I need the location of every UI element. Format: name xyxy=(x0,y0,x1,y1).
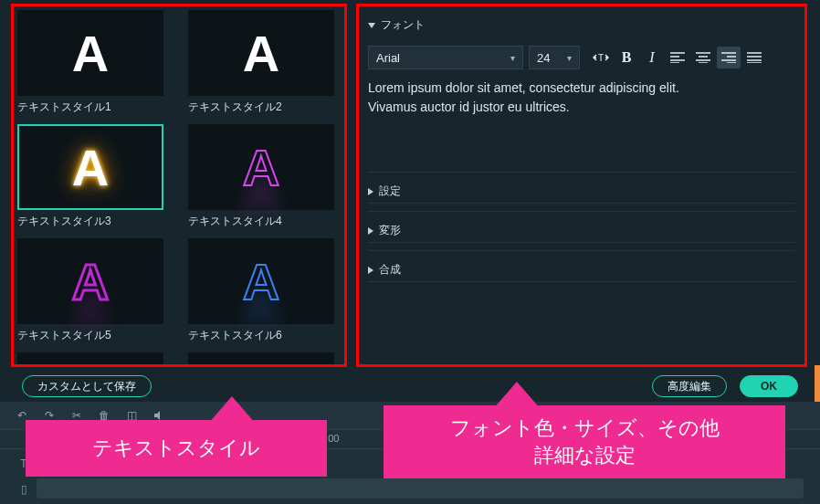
text-format-toolbar: T B I xyxy=(589,47,766,68)
text-style-thumb[interactable]: A xyxy=(17,10,163,96)
text-style-label: テキストスタイル6 xyxy=(188,324,341,351)
align-right-button[interactable] xyxy=(717,47,741,68)
chevron-down-icon: ▾ xyxy=(510,53,515,63)
font-toolbar-row: Arial ▾ 24 ▾ T B I xyxy=(368,37,795,77)
text-style-label: テキストスタイル1 xyxy=(17,96,170,122)
style-glyph: A xyxy=(243,252,279,311)
text-style-item: A xyxy=(17,352,170,367)
align-left-button[interactable] xyxy=(666,47,689,68)
bold-button[interactable]: B xyxy=(615,47,638,68)
settings-section-header[interactable]: 設定 xyxy=(368,180,795,204)
italic-button[interactable]: I xyxy=(640,47,664,68)
transform-section-title: 変形 xyxy=(379,223,401,238)
annotation-text: フォント色・サイズ、その他 詳細な設定 xyxy=(450,415,720,468)
text-style-thumb[interactable]: A xyxy=(188,10,334,96)
editor-top: A テキストスタイル1 A テキストスタイル2 A テキストスタイル3 A テキ… xyxy=(0,0,820,373)
caret-down-icon xyxy=(368,23,375,28)
text-styles-panel: A テキストスタイル1 A テキストスタイル2 A テキストスタイル3 A テキ… xyxy=(11,4,347,367)
font-family-select[interactable]: Arial ▾ xyxy=(368,46,523,69)
letter-spacing-button[interactable]: T xyxy=(589,47,613,68)
caret-right-icon xyxy=(368,227,373,235)
transform-section-header[interactable]: 変形 xyxy=(368,219,795,243)
style-glyph: A xyxy=(243,138,279,197)
text-style-item: A テキストスタイル4 xyxy=(188,124,341,236)
annotation-text: テキストスタイル xyxy=(92,435,260,462)
text-style-label: テキストスタイル3 xyxy=(17,210,170,236)
align-justify-button[interactable] xyxy=(742,47,766,68)
timeline-clip[interactable] xyxy=(37,478,804,499)
text-style-item: A テキストスタイル2 xyxy=(188,10,341,122)
font-family-value: Arial xyxy=(376,51,400,65)
font-section-header[interactable]: フォント xyxy=(368,14,795,37)
style-glyph: A xyxy=(72,24,109,83)
text-style-thumb[interactable]: A xyxy=(17,124,163,210)
text-preview[interactable]: Lorem ipsum dolor sit amet, consectetur … xyxy=(368,77,795,172)
composite-section-title: 合成 xyxy=(379,262,401,278)
advanced-edit-button[interactable]: 高度編集 xyxy=(652,375,727,397)
transform-section: 変形 xyxy=(368,211,795,250)
align-center-button[interactable] xyxy=(691,47,715,68)
chevron-down-icon: ▾ xyxy=(567,53,572,63)
settings-section-title: 設定 xyxy=(379,184,401,199)
text-style-label: テキストスタイル5 xyxy=(17,324,170,351)
style-glyph: A xyxy=(72,366,109,368)
text-styles-grid: A テキストスタイル1 A テキストスタイル2 A テキストスタイル3 A テキ… xyxy=(17,10,341,367)
font-properties-panel: フォント Arial ▾ 24 ▾ T B I xyxy=(356,4,807,367)
text-style-label: テキストスタイル4 xyxy=(188,210,341,236)
ok-button[interactable]: OK xyxy=(740,375,798,397)
text-style-item: A xyxy=(188,352,341,367)
font-size-value: 24 xyxy=(537,51,550,65)
text-style-item: A テキストスタイル3 xyxy=(17,124,170,236)
caret-right-icon xyxy=(368,188,373,195)
edge-decoration xyxy=(815,365,820,402)
style-glyph: A xyxy=(243,366,279,368)
annotation-callout-left: テキストスタイル xyxy=(26,420,327,477)
settings-section: 設定 xyxy=(368,172,795,211)
composite-section: 合成 xyxy=(368,250,795,289)
text-style-thumb[interactable]: A xyxy=(188,124,334,210)
text-style-item: A テキストスタイル5 xyxy=(17,238,170,351)
text-style-item: A テキストスタイル6 xyxy=(188,238,341,351)
text-style-item: A テキストスタイル1 xyxy=(17,10,170,122)
text-style-thumb[interactable]: A xyxy=(17,352,163,367)
font-size-select[interactable]: 24 ▾ xyxy=(529,46,580,69)
caret-right-icon xyxy=(368,267,373,274)
style-glyph: A xyxy=(243,24,279,83)
text-style-thumb[interactable]: A xyxy=(188,352,334,367)
text-style-thumb[interactable]: A xyxy=(188,238,334,324)
video-track-icon[interactable]: ▯ xyxy=(15,480,33,499)
svg-text:T: T xyxy=(598,53,604,63)
save-as-custom-button[interactable]: カスタムとして保存 xyxy=(22,375,152,397)
text-style-label: テキストスタイル2 xyxy=(188,96,341,122)
dialog-button-bar: カスタムとして保存 高度編集 OK xyxy=(0,371,820,402)
style-glyph: A xyxy=(72,252,109,311)
text-style-thumb[interactable]: A xyxy=(17,238,163,324)
style-glyph: A xyxy=(72,138,109,197)
font-section-title: フォント xyxy=(381,17,425,33)
annotation-callout-right: フォント色・サイズ、その他 詳細な設定 xyxy=(384,405,785,478)
composite-section-header[interactable]: 合成 xyxy=(368,258,795,282)
